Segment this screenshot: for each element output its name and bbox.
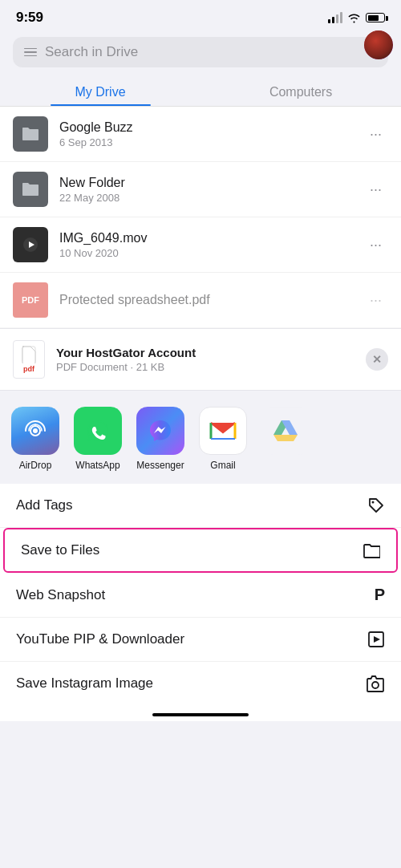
- more-button[interactable]: ···: [363, 233, 388, 257]
- home-bar: [152, 713, 249, 716]
- file-name: Protected spreadsheet.pdf: [59, 293, 363, 307]
- status-time: 9:59: [16, 10, 43, 26]
- action-label-save-instagram: Save Instagram Image: [16, 675, 153, 692]
- tab-my-drive[interactable]: My Drive: [0, 77, 200, 106]
- search-bar[interactable]: Search in Drive: [13, 37, 388, 67]
- selected-file-info: Your HostGator Account PDF Document · 21…: [56, 346, 354, 373]
- battery-icon: [366, 13, 385, 22]
- share-apps-row: AirDrop WhatsApp: [0, 391, 401, 484]
- table-row[interactable]: IMG_6049.mov 10 Nov 2020 ···: [0, 217, 401, 273]
- pdf-icon: PDF: [13, 282, 48, 318]
- selected-file-icon: pdf: [13, 340, 45, 379]
- share-app-whatsapp[interactable]: WhatsApp: [71, 407, 125, 471]
- share-app-messenger-label: Messenger: [136, 460, 184, 471]
- video-icon: [13, 227, 48, 262]
- menu-icon[interactable]: [24, 48, 37, 57]
- svg-marker-7: [374, 636, 380, 643]
- file-info: New Folder 22 May 2008: [59, 176, 363, 204]
- share-app-airdrop-label: AirDrop: [19, 460, 52, 471]
- messenger-icon: [136, 407, 184, 455]
- search-bar-wrapper: Search in Drive: [0, 32, 401, 77]
- action-youtube-pip[interactable]: YouTube PIP & Downloader: [0, 618, 401, 662]
- wifi-icon: [347, 13, 361, 23]
- file-name: IMG_6049.mov: [59, 231, 363, 245]
- whatsapp-icon: [74, 407, 122, 455]
- tag-icon: [367, 497, 385, 514]
- signal-icon: [328, 12, 342, 23]
- folder-icon: [13, 172, 48, 207]
- action-web-snapshot[interactable]: Web Snapshot P: [0, 573, 401, 618]
- table-row[interactable]: Google Buzz 6 Sep 2013 ···: [0, 107, 401, 162]
- status-bar: 9:59: [0, 0, 401, 32]
- share-app-whatsapp-label: WhatsApp: [75, 460, 119, 471]
- action-add-tags[interactable]: Add Tags: [0, 484, 401, 528]
- table-row[interactable]: PDF Protected spreadsheet.pdf ···: [0, 273, 401, 328]
- parking-icon: P: [375, 586, 385, 604]
- selected-file-name: Your HostGator Account: [56, 346, 354, 359]
- selected-file-banner: pdf Your HostGator Account PDF Document …: [0, 328, 401, 391]
- tab-computers[interactable]: Computers: [200, 77, 401, 106]
- search-placeholder: Search in Drive: [45, 44, 377, 60]
- drive-icon: [261, 407, 310, 455]
- selected-file-meta: PDF Document · 21 KB: [56, 361, 354, 373]
- action-save-instagram[interactable]: Save Instagram Image: [0, 662, 401, 705]
- file-name: New Folder: [59, 176, 363, 190]
- share-app-gmail[interactable]: Gmail: [196, 407, 250, 471]
- file-name: Google Buzz: [59, 120, 363, 135]
- share-app-airdrop[interactable]: AirDrop: [8, 407, 63, 471]
- file-date: 10 Nov 2020: [59, 247, 363, 259]
- camera-icon: [366, 675, 385, 692]
- action-label-add-tags: Add Tags: [16, 497, 73, 513]
- more-button[interactable]: ···: [363, 178, 388, 201]
- close-button[interactable]: ✕: [366, 348, 388, 371]
- file-info: IMG_6049.mov 10 Nov 2020: [59, 231, 363, 259]
- svg-point-5: [372, 501, 375, 504]
- avatar[interactable]: [364, 30, 393, 59]
- more-button[interactable]: ···: [363, 289, 388, 312]
- status-icons: [328, 12, 385, 23]
- file-info: Protected spreadsheet.pdf: [59, 293, 363, 307]
- share-app-messenger[interactable]: Messenger: [133, 407, 188, 471]
- gmail-icon: [199, 407, 247, 455]
- svg-point-8: [372, 682, 379, 688]
- more-button[interactable]: ···: [363, 123, 388, 146]
- action-label-web-snapshot: Web Snapshot: [16, 587, 105, 603]
- table-row[interactable]: New Folder 22 May 2008 ···: [0, 162, 401, 217]
- airdrop-icon: [11, 407, 59, 455]
- svg-point-4: [33, 428, 38, 433]
- file-list: Google Buzz 6 Sep 2013 ··· New Folder 22…: [0, 107, 401, 328]
- file-info: Google Buzz 6 Sep 2013: [59, 120, 363, 148]
- action-list: Add Tags Save to Files Web Snapshot P Yo…: [0, 484, 401, 705]
- share-app-drive[interactable]: [258, 407, 313, 471]
- tabs: My Drive Computers: [0, 77, 401, 107]
- file-date: 22 May 2008: [59, 192, 363, 204]
- home-indicator: [0, 705, 401, 721]
- pdf-label: pdf: [23, 365, 34, 373]
- file-date: 6 Sep 2013: [59, 136, 363, 148]
- action-label-youtube-pip: YouTube PIP & Downloader: [16, 631, 184, 647]
- action-label-save-to-files: Save to Files: [21, 542, 99, 558]
- folder-icon: [13, 116, 48, 152]
- action-save-to-files[interactable]: Save to Files: [3, 528, 398, 573]
- play-icon: [367, 631, 385, 648]
- files-folder-icon: [363, 542, 380, 558]
- share-app-gmail-label: Gmail: [210, 460, 235, 471]
